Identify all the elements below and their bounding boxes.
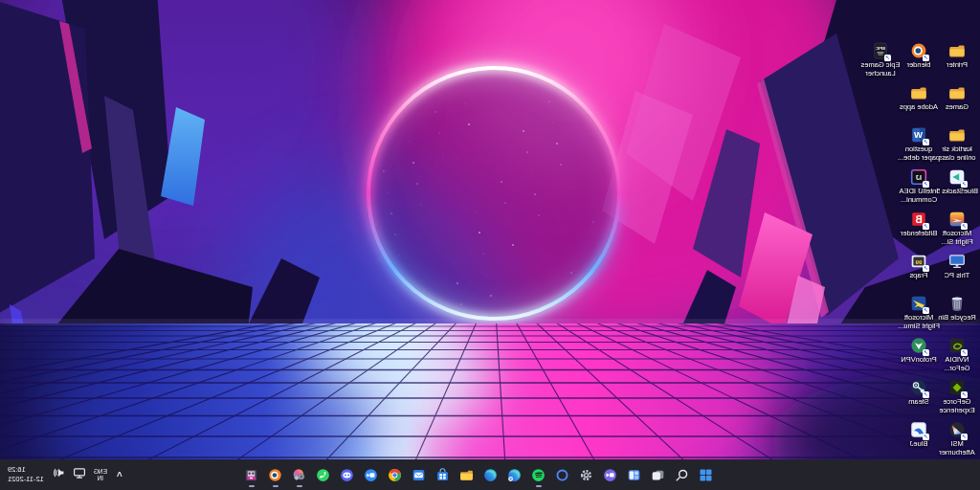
desktop-icon-bluestacks[interactable]: ↗BlueStacks 5: [935, 168, 979, 196]
bluestacks-icon: ↗: [948, 168, 966, 186]
desktop-icon-recycle-bin[interactable]: Recycle Bin: [935, 295, 979, 323]
taskbar-mail-icon[interactable]: [412, 462, 427, 487]
taskbar-wallpaper-engine-icon[interactable]: [292, 462, 307, 487]
taskbar-edge-icon[interactable]: [483, 462, 499, 487]
taskbar-cortana-icon[interactable]: [555, 462, 570, 487]
taskbar-chrome-icon[interactable]: [388, 462, 403, 487]
desktop-icon-bluej[interactable]: ↗BlueJ: [897, 421, 941, 449]
desktop-icon-label: blender: [897, 61, 941, 70]
desktop-icon-fraps[interactable]: 99↗Fraps: [897, 253, 941, 280]
fraps-icon: 99↗: [910, 253, 927, 270]
intellij-icon: IJ↗: [910, 168, 927, 186]
desktop-icon-label: GeForce Experience: [935, 398, 979, 414]
shortcut-arrow-overlay-icon: ↗: [923, 181, 929, 188]
taskbar-start-icon[interactable]: [699, 462, 714, 487]
language-indicator[interactable]: ENG IN: [94, 468, 107, 482]
desktop-icon-protonvpn[interactable]: ↗ProtonVPN: [897, 337, 941, 365]
steam-icon: ↗: [910, 379, 927, 396]
desktop-icon-nvidia[interactable]: ↗NVIDIA GeFor...: [935, 337, 979, 372]
shortcut-arrow-overlay-icon: ↗: [961, 181, 968, 188]
desktop-icon-steam[interactable]: ↗Steam: [897, 379, 941, 407]
protonvpn-icon: ↗: [910, 337, 927, 354]
svg-text:99: 99: [915, 258, 922, 265]
taskbar-settings-icon[interactable]: [579, 462, 594, 487]
desktop-icon-bitdefender[interactable]: B↗Bitdefender: [897, 211, 941, 238]
shortcut-arrow-overlay-icon: ↗: [961, 223, 968, 230]
desktop-icon-intellij[interactable]: IJ↗IntelliJ IDEA Communi...: [897, 168, 941, 204]
desktop-icon-folder[interactable]: Printer: [935, 42, 979, 70]
folder-icon: [948, 84, 966, 101]
shortcut-arrow-overlay-icon: ↗: [923, 434, 929, 440]
shortcut-arrow-overlay-icon: ↗: [923, 265, 929, 272]
shortcut-arrow-overlay-icon: ↗: [923, 223, 929, 230]
taskbar-edge-beta-icon[interactable]: [507, 462, 523, 487]
desktop-icon-label: Games: [935, 103, 979, 112]
network-ethernet-icon[interactable]: [73, 466, 86, 483]
desktop-icon-label: Bitdefender: [897, 230, 941, 238]
desktop-icon-label: question paper debe...: [897, 145, 941, 162]
taskbar-search-icon[interactable]: [675, 462, 690, 487]
taskbar-whatsapp-icon[interactable]: [316, 462, 331, 487]
clock[interactable]: 16:29 12-11-2021: [4, 465, 44, 484]
desktop-icon-geforce-experience[interactable]: ↗GeForce Experience: [935, 379, 979, 414]
desktop-icon-label: MSI Afterburner: [935, 440, 979, 457]
language-line2: IN: [98, 475, 104, 481]
svg-text:EPIC: EPIC: [876, 46, 884, 51]
this-pc-icon: [948, 253, 966, 270]
taskbar: ^ ENG IN 16:29 12-11-2021: [0, 459, 980, 490]
desktop-icon-msi-afterburner[interactable]: ↗MSI Afterburner: [935, 421, 979, 457]
taskbar-chat-teams-icon[interactable]: [603, 462, 618, 487]
desktop-icon-label: NVIDIA GeFor...: [935, 356, 979, 372]
desktop-icon-label: Fraps: [897, 272, 941, 280]
desktop-icon-epic-games[interactable]: EPIC↗Epic Games Launcher: [858, 42, 902, 78]
language-line1: ENG: [94, 468, 107, 475]
shortcut-arrow-overlay-icon: ↗: [923, 349, 929, 356]
shortcut-arrow-overlay-icon: ↗: [923, 391, 929, 398]
desktop-icon-label: ProtonVPN: [897, 356, 941, 365]
desktop-icon-label: Microsoft Flight Simu...: [897, 314, 941, 330]
volume-icon[interactable]: [52, 466, 65, 483]
shortcut-arrow-overlay-icon: ↗: [923, 55, 929, 61]
folder-icon: [910, 84, 927, 101]
desktop-icon-this-pc[interactable]: This PC: [935, 253, 979, 280]
desktop-icon-folder[interactable]: Games: [935, 84, 979, 112]
taskbar-discord-icon[interactable]: [340, 462, 355, 487]
desktop-icon-msfs-colorful[interactable]: ↗Microsoft Flight Si...: [935, 211, 979, 246]
taskbar-pixel-art-game-icon[interactable]: [244, 462, 259, 487]
desktop-icon-label: Printer: [935, 61, 979, 70]
svg-text:B: B: [915, 214, 922, 225]
blender-icon: ↗: [910, 42, 927, 59]
desktop-icon-label: Recycle Bin: [935, 314, 979, 323]
clock-date: 12-11-2021: [8, 475, 44, 484]
desktop-icon-msfs-plane[interactable]: ↗Microsoft Flight Simu...: [897, 295, 941, 330]
msi-afterburner-icon: ↗: [948, 421, 966, 438]
desktop-icon-folder[interactable]: kartick sir online class: [935, 126, 979, 162]
desktop-icon-label: Microsoft Flight Si...: [935, 230, 979, 246]
desktop-icon-label: Epic Games Launcher: [858, 61, 902, 78]
taskbar-task-view-icon[interactable]: [651, 462, 666, 487]
desktop-icon-label: BlueJ: [897, 440, 941, 449]
windows-desktop-screen: PrinterGameskartick sir online class↗Blu…: [0, 0, 980, 490]
geforce-experience-icon: ↗: [948, 379, 966, 396]
bluej-icon: ↗: [910, 421, 927, 438]
taskbar-zoom-icon[interactable]: [364, 462, 379, 487]
nvidia-icon: ↗: [948, 337, 966, 354]
taskbar-microsoft-store-icon[interactable]: [435, 462, 451, 487]
desktop-icon-label: BlueStacks 5: [935, 188, 979, 196]
taskbar-blender-icon[interactable]: [268, 462, 283, 487]
bitdefender-icon: B↗: [910, 211, 927, 228]
taskbar-spotify-icon[interactable]: [531, 462, 546, 487]
shortcut-arrow-overlay-icon: ↗: [923, 139, 929, 145]
desktop-icon-label: IntelliJ IDEA Communi...: [897, 188, 941, 204]
svg-text:IJ: IJ: [916, 173, 922, 182]
show-hidden-icons-chevron-icon[interactable]: ^: [115, 471, 124, 481]
shortcut-arrow-overlay-icon: ↗: [884, 55, 891, 61]
desktop-icon-blender[interactable]: ↗blender: [897, 42, 941, 70]
taskbar-file-explorer-icon[interactable]: [459, 462, 475, 487]
shortcut-arrow-overlay-icon: ↗: [923, 307, 929, 314]
desktop-icon-word-doc[interactable]: W↗question paper debe...: [897, 126, 941, 162]
folder-icon: [948, 126, 966, 144]
desktop-icon-folder[interactable]: Adobe apps: [897, 84, 941, 112]
desktop-icon-label: Steam: [897, 398, 941, 407]
taskbar-widgets-icon[interactable]: [627, 462, 642, 487]
